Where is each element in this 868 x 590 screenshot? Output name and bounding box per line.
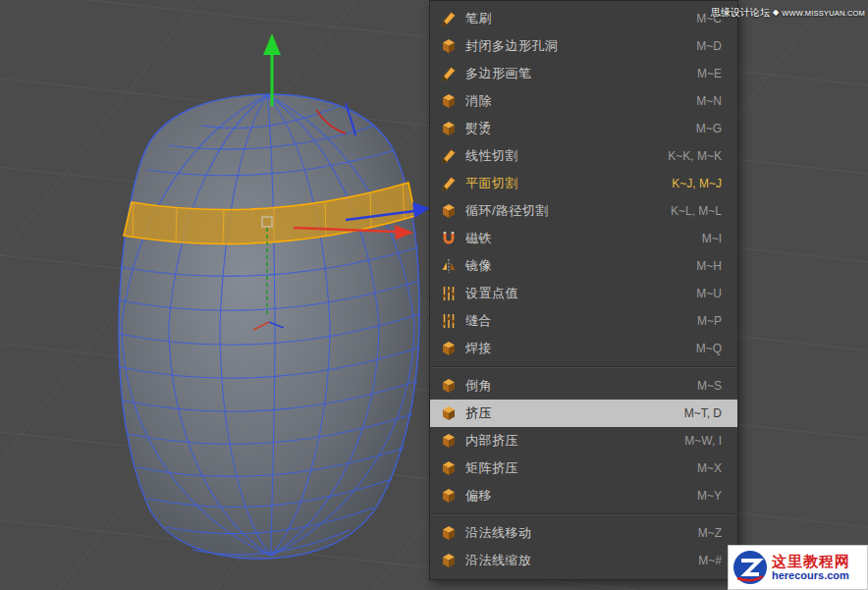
weld-icon <box>440 341 457 357</box>
menu-item-plane-cut[interactable]: 平面切割K~J, M~J <box>430 170 737 197</box>
tutorial-logo-title: 这里教程网 <box>772 553 850 569</box>
set-point-value-icon <box>440 286 457 302</box>
mirror-icon <box>440 258 457 275</box>
missyuan-logo-icon: ◆ <box>773 9 779 17</box>
menu-item-close-polygon-hole[interactable]: 封闭多边形孔洞M~D <box>430 32 737 60</box>
menu-item-extrude-inner[interactable]: 内部挤压M~W, I <box>430 427 737 455</box>
menu-item-matrix-extrude[interactable]: 矩阵挤压M~X <box>430 455 737 482</box>
watermark-missyuan: 思缘设计论坛 ◆ WWW.MISSYUAN.COM <box>711 6 865 20</box>
menu-item-bevel[interactable]: 倒角M~S <box>430 372 737 400</box>
tutorial-logo-icon <box>731 548 770 587</box>
menu-item-line-cut[interactable]: 线性切割K~K, M~K <box>430 142 737 170</box>
magnet-icon <box>440 231 457 247</box>
stitch-sew-icon <box>440 313 457 330</box>
menu-item-dissolve[interactable]: 消除M~N <box>430 87 737 115</box>
menu-item-offset[interactable]: 偏移M~Y <box>430 482 737 510</box>
menu-item-set-point-value[interactable]: 设置点值M~U <box>430 280 737 307</box>
scale-along-normals-icon <box>440 553 457 569</box>
tutorial-logo: 这里教程网 herecours.com <box>728 545 868 590</box>
menu-item-loop-path-cut[interactable]: 循环/路径切割K~L, M~L <box>430 197 737 225</box>
menu-item-iron[interactable]: 熨烫M~G <box>430 115 737 142</box>
menu-item-scale-along-normals[interactable]: 沿法线缩放M~# <box>430 547 737 574</box>
c4d-viewport: 笔刷M~C封闭多边形孔洞M~D多边形画笔M~E消除M~N熨烫M~G线性切割K~K… <box>0 0 868 590</box>
menu-item-brush[interactable]: 笔刷M~C <box>430 5 737 32</box>
matrix-extrude-icon <box>440 460 457 477</box>
modeling-context-menu: 笔刷M~C封闭多边形孔洞M~D多边形画笔M~E消除M~N熨烫M~G线性切割K~K… <box>429 0 738 580</box>
plane-cut-icon <box>440 176 457 192</box>
polygon-object[interactable] <box>119 94 419 559</box>
menu-item-mirror[interactable]: 镜像M~H <box>430 252 737 280</box>
watermark-site-url: WWW.MISSYUAN.COM <box>782 9 865 18</box>
loop-path-cut-icon <box>440 203 457 220</box>
iron-icon <box>440 121 457 137</box>
tutorial-logo-url: herecours.com <box>772 569 850 582</box>
move-along-normals-icon <box>440 525 457 542</box>
menu-item-stitch-sew[interactable]: 缝合M~P <box>430 307 737 335</box>
menu-item-magnet[interactable]: 磁铁M~I <box>430 225 737 252</box>
bevel-icon <box>440 378 457 395</box>
menu-item-extrude[interactable]: 挤压M~T, D <box>430 400 737 427</box>
dissolve-icon <box>440 93 457 110</box>
menu-separator <box>432 366 735 368</box>
extrude-icon <box>440 405 457 422</box>
menu-item-move-along-normals[interactable]: 沿法线移动M~Z <box>430 519 737 547</box>
extrude-inner-icon <box>440 433 457 450</box>
polygon-pen-icon <box>440 66 457 82</box>
offset-icon <box>440 488 457 505</box>
line-cut-icon <box>440 148 457 165</box>
close-polygon-hole-icon <box>440 38 457 55</box>
menu-item-weld[interactable]: 焊接M~Q <box>430 335 737 362</box>
menu-item-polygon-pen[interactable]: 多边形画笔M~E <box>430 60 737 87</box>
watermark-site-name: 思缘设计论坛 <box>711 6 770 20</box>
brush-icon <box>440 11 457 27</box>
menu-separator <box>432 513 735 515</box>
